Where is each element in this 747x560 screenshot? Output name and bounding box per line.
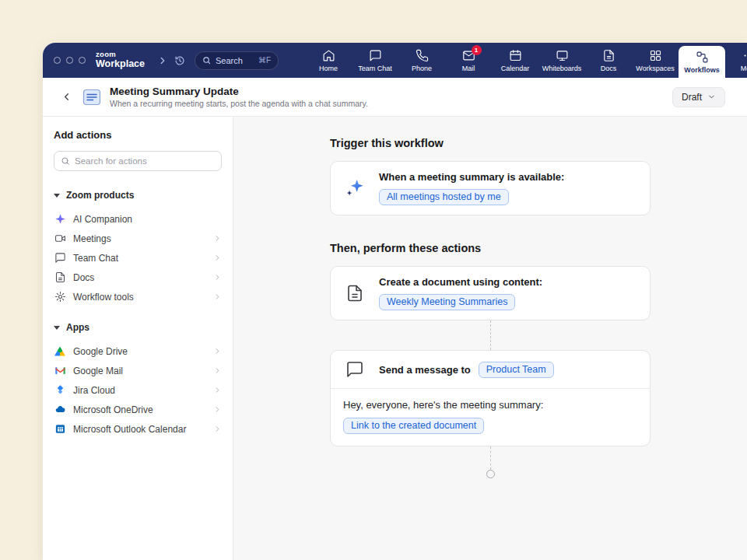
nav-tab-team-chat[interactable]: Team Chat bbox=[352, 43, 398, 78]
chevron-right-icon bbox=[213, 273, 222, 282]
back-button[interactable] bbox=[57, 88, 75, 107]
sidebar-item-jira-cloud[interactable]: Jira Cloud bbox=[54, 380, 222, 400]
nav-tab-calendar[interactable]: Calendar bbox=[492, 43, 538, 78]
sidebar-item-microsoft-onedrive[interactable]: Microsoft OneDrive bbox=[54, 400, 222, 419]
action-card-send-message[interactable]: Send a message to Product Team Hey, ever… bbox=[330, 350, 651, 446]
history-icon[interactable] bbox=[174, 43, 185, 78]
chevron-right-icon bbox=[213, 234, 222, 243]
nav-tab-mail[interactable]: 1 Mail bbox=[445, 43, 492, 78]
flow-end-node[interactable] bbox=[486, 470, 495, 478]
search-label: Search bbox=[216, 56, 243, 65]
jira-icon bbox=[54, 384, 66, 397]
nav-tab-home[interactable]: Home bbox=[305, 43, 352, 78]
outlook-calendar-icon bbox=[54, 423, 66, 436]
nav-tab-label: Home bbox=[319, 65, 338, 72]
nav-tab-more[interactable]: More bbox=[725, 43, 747, 78]
section-label: Zoom products bbox=[66, 190, 134, 201]
workspaces-icon bbox=[649, 49, 662, 62]
sidebar-item-label: Jira Cloud bbox=[73, 385, 115, 396]
sidebar-section-zoom-products: Zoom products AI Companion Meetings bbox=[54, 187, 222, 306]
sidebar-item-google-mail[interactable]: Google Mail bbox=[54, 361, 222, 380]
sidebar-item-meetings[interactable]: Meetings bbox=[54, 229, 222, 248]
gear-icon bbox=[54, 291, 66, 303]
sidebar-item-ai-companion[interactable]: AI Companion bbox=[54, 209, 222, 229]
chat-bubble-icon bbox=[54, 252, 66, 264]
workflows-icon bbox=[696, 51, 709, 64]
actions-search-input[interactable] bbox=[75, 156, 215, 166]
trigger-card[interactable]: When a meeting summary is available: All… bbox=[330, 161, 651, 215]
docs-icon bbox=[602, 49, 615, 62]
close-window-button[interactable] bbox=[54, 57, 61, 64]
sidebar-item-label: Microsoft Outlook Calendar bbox=[73, 424, 186, 435]
chevron-right-icon bbox=[213, 425, 222, 433]
trigger-card-text: When a meeting summary is available: bbox=[379, 171, 564, 183]
minimize-window-button[interactable] bbox=[66, 57, 73, 64]
nav-tab-workspaces[interactable]: Workspaces bbox=[632, 43, 679, 78]
chevron-right-icon bbox=[213, 405, 222, 414]
actions-sidebar: Add actions Zoom products AI Companion bbox=[43, 117, 233, 560]
nav-tab-label: Whiteboards bbox=[542, 65, 582, 72]
nav-tab-label: Workspaces bbox=[636, 65, 674, 72]
global-search[interactable]: Search ⌘F bbox=[195, 51, 279, 70]
workflow-canvas: Trigger this workflow When a meeting sum… bbox=[233, 117, 747, 560]
google-drive-icon bbox=[54, 345, 66, 358]
nav-tab-label: Team Chat bbox=[358, 65, 392, 72]
document-content-tag[interactable]: Weekly Meeting Summaries bbox=[379, 294, 515, 310]
search-icon bbox=[202, 56, 211, 65]
sidebar-item-docs[interactable]: Docs bbox=[54, 268, 222, 287]
sidebar-item-label: Meetings bbox=[73, 233, 111, 244]
document-icon bbox=[54, 271, 66, 284]
status-badge: Draft bbox=[682, 92, 702, 103]
workflow-title-block: Meeting Summary Update When a recurring … bbox=[110, 86, 368, 108]
team-chat-icon bbox=[369, 49, 382, 62]
ai-sparkle-icon bbox=[54, 213, 66, 226]
nav-tab-phone[interactable]: Phone bbox=[398, 43, 445, 78]
search-icon bbox=[61, 156, 70, 166]
section-header-zoom-products[interactable]: Zoom products bbox=[54, 187, 222, 204]
nav-tab-label: Phone bbox=[412, 65, 432, 72]
flow-connector bbox=[490, 446, 491, 470]
actions-search-box[interactable] bbox=[54, 151, 222, 171]
chevron-right-icon bbox=[213, 386, 222, 394]
caret-down-icon bbox=[54, 326, 60, 330]
workflow-doc-icon bbox=[82, 87, 102, 107]
nav-tab-whiteboards[interactable]: Whiteboards bbox=[538, 43, 585, 78]
chevron-right-icon bbox=[213, 292, 222, 301]
caret-down-icon bbox=[54, 194, 60, 198]
actions-heading: Then, perform these actions bbox=[330, 242, 651, 254]
page-subtitle: When a recurring meeting starts, post th… bbox=[110, 99, 368, 108]
recipient-tag[interactable]: Product Team bbox=[479, 362, 554, 378]
sidebar-item-workflow-tools[interactable]: Workflow tools bbox=[54, 287, 222, 306]
draft-status-dropdown[interactable]: Draft bbox=[672, 87, 725, 107]
whiteboard-icon bbox=[556, 49, 569, 62]
chevron-right-icon bbox=[213, 347, 222, 355]
trigger-scope-tag[interactable]: All meetings hosted by me bbox=[379, 189, 509, 205]
gmail-icon bbox=[54, 365, 66, 377]
sidebar-item-google-drive[interactable]: Google Drive bbox=[54, 341, 222, 361]
flow-connector bbox=[490, 320, 491, 350]
action-card-create-document[interactable]: Create a document using content: Weekly … bbox=[330, 266, 651, 320]
section-header-apps[interactable]: Apps bbox=[54, 319, 222, 336]
more-icon bbox=[742, 49, 747, 62]
action-card-text: Send a message to bbox=[379, 364, 471, 376]
nav-tab-label: Calendar bbox=[501, 65, 530, 72]
onedrive-icon bbox=[54, 404, 66, 416]
window-controls bbox=[43, 43, 96, 78]
app-window: zoom Workplace Search ⌘F Home bbox=[43, 43, 747, 560]
document-link-tag[interactable]: Link to the created document bbox=[343, 418, 484, 434]
search-shortcut: ⌘F bbox=[258, 56, 271, 65]
nav-tab-label: More bbox=[741, 65, 747, 72]
sidebar-item-label: AI Companion bbox=[73, 214, 132, 225]
nav-tab-workflows[interactable]: Workflows bbox=[679, 46, 725, 78]
maximize-window-button[interactable] bbox=[79, 57, 86, 64]
sidebar-section-apps: Apps Google Drive Google Mail bbox=[54, 319, 222, 439]
sidebar-item-label: Google Drive bbox=[73, 346, 128, 357]
workflow-header: Meeting Summary Update When a recurring … bbox=[43, 78, 747, 117]
nav-tab-label: Workflows bbox=[684, 66, 719, 74]
nav-tab-docs[interactable]: Docs bbox=[585, 43, 632, 78]
chevron-right-icon[interactable] bbox=[157, 43, 168, 78]
document-icon bbox=[343, 284, 366, 303]
sidebar-item-microsoft-outlook-calendar[interactable]: Microsoft Outlook Calendar bbox=[54, 419, 222, 439]
mail-badge: 1 bbox=[472, 45, 482, 55]
sidebar-item-team-chat[interactable]: Team Chat bbox=[54, 248, 222, 268]
